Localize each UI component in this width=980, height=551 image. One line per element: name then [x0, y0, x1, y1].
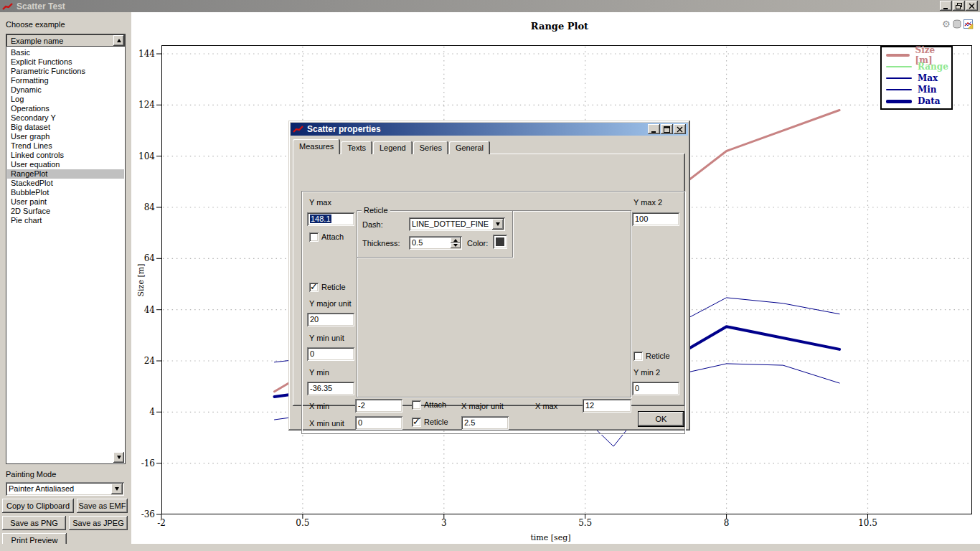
minimize-button[interactable]	[940, 1, 952, 11]
legend-row: Range	[886, 61, 951, 72]
window-title: Scatter Test	[17, 1, 65, 11]
attach-checkbox-x[interactable]	[412, 400, 421, 410]
attach-checkbox-y[interactable]	[309, 232, 319, 242]
painting-mode-select[interactable]: Painter Antialiased	[6, 482, 124, 496]
x-max-input[interactable]: 12	[583, 399, 631, 413]
main-titlebar[interactable]: Scatter Test	[0, 0, 980, 12]
example-listbox[interactable]: Example name BasicExplicit FunctionsPara…	[6, 34, 126, 464]
thickness-spinner[interactable]: 0.5	[409, 236, 462, 250]
list-item[interactable]: Secondary Y	[7, 113, 124, 123]
tab-general[interactable]: General	[449, 141, 490, 154]
bottom-strip	[0, 544, 980, 551]
gear-icon[interactable]: ⚙	[942, 19, 951, 30]
y-min-unit-input[interactable]: 0	[307, 347, 354, 361]
reticle-checkbox-y[interactable]	[309, 283, 319, 292]
dash-dropdown-arrow-icon[interactable]	[492, 219, 504, 230]
copy-to-clipboard-button[interactable]: Copy to Clipboard	[2, 499, 74, 513]
list-item[interactable]: RangePlot	[7, 169, 124, 179]
close-button[interactable]	[966, 1, 978, 11]
example-list-header: Example name	[6, 34, 125, 47]
list-item[interactable]: Dynamic	[7, 85, 124, 95]
x-major-unit-input[interactable]: 2.5	[461, 416, 509, 430]
legend-row: Min	[886, 84, 951, 95]
scroll-up-button[interactable]	[113, 35, 124, 46]
reticle-checkbox-x[interactable]	[412, 418, 421, 427]
y-min2-input[interactable]: 0	[632, 382, 679, 395]
legend-line-icon	[886, 77, 912, 79]
list-item[interactable]: User graph	[7, 132, 124, 141]
list-item[interactable]: Operations	[7, 104, 124, 113]
y-major-unit-input[interactable]: 20	[307, 313, 354, 326]
list-item[interactable]: 2D Surface	[7, 207, 124, 216]
list-item[interactable]: Big dataset	[7, 123, 124, 132]
list-item[interactable]: User paint	[7, 197, 124, 207]
y-min-input[interactable]: -36.35	[307, 382, 354, 395]
x-max-label: X max	[535, 402, 557, 410]
dialog-titlebar[interactable]: Scatter properties	[291, 123, 688, 136]
scroll-down-button[interactable]	[113, 452, 124, 463]
y-max2-input[interactable]: 100	[632, 212, 679, 226]
legend-label: Max	[918, 73, 938, 83]
legend-line-icon	[886, 54, 910, 57]
list-item[interactable]: Linked controls	[7, 151, 124, 160]
scatter-properties-dialog[interactable]: Scatter properties Measures Texts Legend…	[288, 121, 690, 430]
edit-chart-icon[interactable]	[963, 19, 974, 29]
legend-label: Min	[918, 85, 937, 95]
restore-button[interactable]	[953, 1, 965, 11]
tab-legend[interactable]: Legend	[373, 141, 413, 154]
list-item[interactable]: User equation	[7, 160, 124, 169]
save-as-png-button[interactable]: Save as PNG	[2, 516, 66, 530]
choose-example-label: Choose example	[6, 20, 65, 29]
spin-down-icon[interactable]	[451, 243, 461, 249]
legend-row: Max	[886, 72, 951, 84]
tab-measures[interactable]: Measures	[293, 139, 340, 154]
y-max-input[interactable]: 148.1	[307, 212, 354, 226]
chart-legend: Size [m]RangeMaxMinData	[880, 46, 953, 110]
list-item[interactable]: StackedPlot	[7, 179, 124, 188]
dash-label: Dash:	[362, 220, 383, 229]
thickness-label: Thickness:	[362, 239, 400, 248]
y-major-unit-label: Y major unit	[309, 299, 352, 308]
list-item[interactable]: Trend Lines	[7, 141, 124, 151]
x-major-unit-label: X major unit	[461, 402, 504, 410]
dialog-minimize-button[interactable]	[648, 124, 660, 134]
color-label: Color:	[467, 239, 488, 248]
y-min2-label: Y min 2	[633, 368, 660, 377]
color-well[interactable]	[493, 235, 507, 249]
y-max-label: Y max	[309, 198, 331, 207]
list-item[interactable]: Parametric Functions	[7, 67, 124, 76]
list-item[interactable]: Basic	[7, 48, 124, 57]
y-min-unit-label: Y min unit	[309, 334, 344, 342]
y-axis-label: Size [m]	[136, 255, 146, 306]
reticle-checkbox-y2[interactable]	[633, 352, 643, 361]
save-as-emf-button[interactable]: Save as EMF	[77, 499, 128, 513]
legend-line-icon	[886, 89, 912, 90]
dropdown-arrow-icon[interactable]	[111, 484, 123, 494]
database-icon[interactable]	[952, 19, 962, 29]
dialog-app-icon	[293, 125, 304, 133]
x-min-unit-input[interactable]: 0	[355, 416, 402, 430]
list-item[interactable]: Log	[7, 95, 124, 104]
list-item[interactable]: Explicit Functions	[7, 57, 124, 67]
chart-toolbar: ⚙	[942, 19, 974, 30]
legend-row: Data	[886, 95, 951, 107]
save-as-jpeg-button[interactable]: Save as JPEG	[69, 516, 128, 530]
tab-texts[interactable]: Texts	[341, 141, 372, 154]
thickness-value: 0.5	[412, 238, 423, 247]
list-item[interactable]: Formatting	[7, 76, 124, 85]
dash-select[interactable]: LINE_DOTTED_FINE	[409, 217, 505, 231]
triangle-down-icon	[117, 456, 121, 459]
legend-label: Data	[918, 96, 941, 106]
x-min-input[interactable]: -2	[355, 399, 402, 413]
list-item[interactable]: Pie chart	[7, 216, 124, 225]
dialog-close-button[interactable]	[674, 124, 686, 134]
list-item[interactable]: BubblePlot	[7, 188, 124, 197]
spin-up-icon[interactable]	[451, 237, 461, 243]
left-panel: Choose example Example name BasicExplici…	[0, 12, 131, 551]
tab-series[interactable]: Series	[413, 141, 448, 154]
dialog-tabs: Measures Texts Legend Series General	[293, 139, 491, 154]
ok-button[interactable]: OK	[638, 411, 684, 427]
dialog-maximize-button[interactable]	[661, 124, 673, 134]
dash-value: LINE_DOTTED_FINE	[409, 219, 491, 230]
measures-tab-page: Reticle Dash: LINE_DOTTED_FINE Thickness…	[293, 154, 685, 406]
